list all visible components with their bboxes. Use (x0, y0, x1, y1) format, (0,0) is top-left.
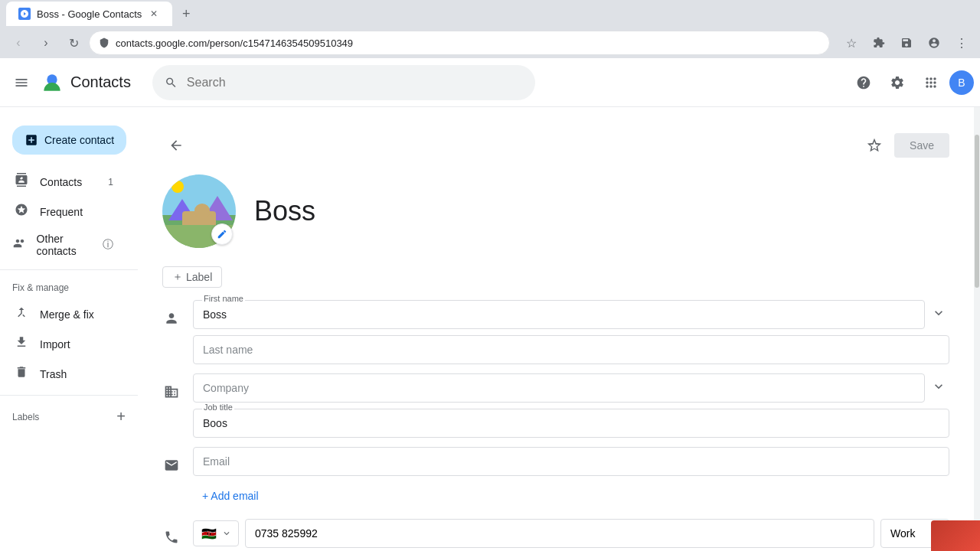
avatar-sun (172, 181, 184, 193)
app-title: Contacts (70, 73, 131, 91)
company-icon (162, 383, 181, 401)
bookmark-button[interactable]: ☆ (839, 31, 864, 55)
search-bar[interactable] (152, 65, 535, 100)
back-nav-button[interactable]: ‹ (6, 31, 31, 55)
email-section: + Add email (162, 447, 949, 510)
refresh-button[interactable]: ↻ (61, 31, 86, 55)
favorite-button[interactable] (861, 132, 888, 159)
search-input[interactable] (187, 76, 523, 90)
tab-close-button[interactable]: ✕ (148, 8, 160, 20)
phone-section: 🇰🇪 + Add phone + Add address (162, 519, 949, 551)
browser-chrome: Boss - Google Contacts ✕ + (0, 0, 980, 28)
menu-button[interactable] (6, 67, 37, 98)
company-section: Job title (162, 373, 949, 438)
sidebar-item-merge-fix[interactable]: Merge & fix (0, 299, 126, 329)
save-button-browser[interactable] (894, 31, 919, 55)
browser-actions: ☆ ⋮ (839, 31, 974, 55)
avatar-edit-button[interactable] (211, 223, 233, 245)
create-contact-button[interactable]: Create contact (12, 126, 126, 155)
menu-button[interactable]: ⋮ (949, 31, 974, 55)
sidebar-item-other-contacts[interactable]: Other contacts ⓘ (0, 227, 126, 263)
job-title-label: Job title (202, 403, 234, 412)
fix-manage-section-label: Fix & manage (0, 276, 138, 299)
company-input[interactable] (193, 373, 925, 403)
tab-title: Boss - Google Contacts (37, 8, 142, 20)
save-contact-button[interactable]: Save (894, 133, 949, 158)
browser-tab[interactable]: Boss - Google Contacts ✕ (6, 2, 172, 26)
add-email-button[interactable]: + Add email (193, 482, 949, 510)
job-title-input[interactable] (193, 409, 949, 438)
sidebar-item-contacts[interactable]: Contacts 1 (0, 167, 126, 197)
import-label: Import (40, 338, 70, 350)
address-bar[interactable]: contacts.google.com/person/c154714635450… (89, 31, 830, 55)
email-icon (162, 456, 181, 474)
phone-number-input[interactable] (245, 519, 874, 548)
url-text: contacts.google.com/person/c154714635450… (116, 37, 353, 49)
sidebar-contacts-label: Contacts (40, 176, 82, 188)
name-fields: First name (193, 300, 949, 364)
first-name-input[interactable] (193, 300, 925, 329)
sidebar-item-import[interactable]: Import (0, 329, 126, 359)
settings-button[interactable] (882, 67, 913, 98)
add-label-button[interactable]: + (116, 408, 126, 425)
add-label-text: Label (186, 271, 212, 283)
name-expand-button[interactable] (928, 302, 949, 328)
trash-icon (12, 365, 31, 383)
phone-icon (162, 528, 181, 546)
company-field (193, 373, 925, 403)
email-field (193, 447, 949, 476)
contacts-badge: 1 (108, 177, 113, 187)
name-section: First name (162, 300, 949, 364)
scrollbar-area (974, 58, 980, 551)
back-button[interactable] (162, 132, 190, 159)
address-bar-row: ‹ › ↻ contacts.google.com/person/c154714… (0, 28, 980, 58)
content-area: Save (138, 119, 974, 551)
help-button[interactable] (848, 67, 879, 98)
tab-favicon (18, 8, 31, 20)
other-contacts-info-icon: ⓘ (103, 238, 113, 252)
merge-label: Merge & fix (40, 308, 94, 321)
avatar-sphinx-head (194, 204, 210, 217)
last-name-input[interactable] (193, 335, 949, 364)
forward-nav-button[interactable]: › (34, 31, 58, 55)
country-code-select[interactable]: 🇰🇪 (193, 520, 239, 546)
secure-icon (99, 37, 109, 48)
thumbnail-image (931, 520, 980, 551)
sidebar-item-frequent[interactable]: Frequent (0, 197, 126, 227)
person-icon (162, 309, 181, 328)
first-name-label: First name (202, 294, 245, 303)
main-content: Save (138, 58, 974, 551)
phone-fields: 🇰🇪 + Add phone + Add address (193, 519, 949, 551)
form-header: Save (162, 132, 949, 159)
add-label-button-form[interactable]: ＋ Label (162, 266, 222, 288)
sidebar-divider-1 (0, 269, 138, 270)
scrollbar-thumb[interactable] (975, 135, 979, 288)
extension-button[interactable] (867, 31, 891, 55)
flag-icon: 🇰🇪 (200, 527, 218, 540)
contacts-icon (12, 173, 31, 191)
sidebar-divider-2 (0, 395, 138, 396)
company-field-row (193, 373, 949, 403)
sidebar-item-trash[interactable]: Trash (0, 359, 126, 389)
other-contacts-icon (12, 236, 28, 254)
job-title-field: Job title (193, 409, 949, 438)
sidebar: Create contact Contacts 1 Frequent Other… (0, 58, 138, 551)
avatar-container (162, 174, 236, 248)
add-label-icon: ＋ (172, 270, 183, 284)
dropdown-icon (221, 528, 232, 539)
top-bar: Contacts B (0, 58, 980, 107)
create-icon (24, 133, 38, 147)
search-icon (165, 76, 178, 90)
merge-icon (12, 305, 31, 323)
company-expand-button[interactable] (928, 376, 949, 401)
contact-header: Boss (162, 174, 949, 248)
sidebar-frequent-label: Frequent (40, 206, 83, 218)
profile-button[interactable] (922, 31, 946, 55)
email-input[interactable] (193, 447, 949, 476)
new-tab-button[interactable]: + (175, 3, 197, 24)
app-logo[interactable]: Contacts (40, 70, 131, 95)
sidebar-other-label: Other contacts (37, 233, 93, 257)
apps-button[interactable] (916, 67, 946, 98)
user-avatar[interactable]: B (949, 70, 974, 95)
frequent-icon (12, 203, 31, 220)
